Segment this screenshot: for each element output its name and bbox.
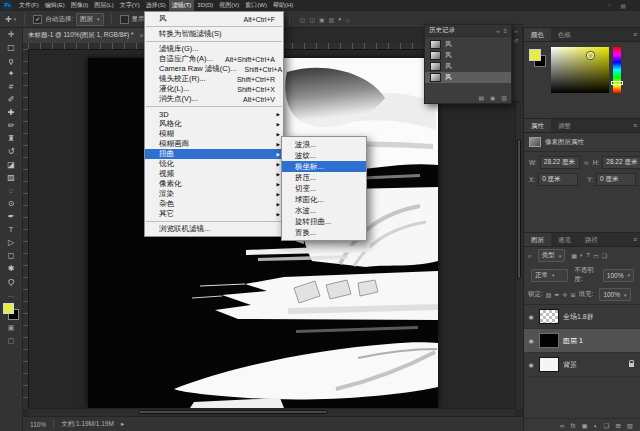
menu-item-filter-gallery[interactable]: 滤镜库(G)...	[145, 44, 283, 54]
gradient-tool[interactable]: ▨	[0, 171, 22, 184]
zoom-tool[interactable]: Ϙ	[0, 275, 22, 288]
filter-pixel-layers-icon[interactable]: ▦	[571, 252, 577, 259]
foreground-color-swatch[interactable]	[529, 49, 541, 61]
quick-mask-button[interactable]: ▣	[0, 321, 22, 334]
eraser-tool[interactable]: ◪	[0, 158, 22, 171]
layer-row[interactable]: ◉ 全场1.8群	[524, 305, 640, 329]
link-dimensions-icon[interactable]: ∞	[583, 159, 590, 166]
menu-item-noise[interactable]: 杂色▶	[145, 199, 283, 209]
menu-item-adaptive-wide-angle[interactable]: 自适应广角(A)...Alt+Shift+Ctrl+A	[145, 54, 283, 64]
filter-shape-layers-icon[interactable]: ▭	[593, 252, 599, 259]
layer-style-icon[interactable]: fx	[570, 422, 575, 429]
menu-3d[interactable]: 3D(D)	[194, 0, 216, 11]
menu-item-render[interactable]: 渲染▶	[145, 189, 283, 199]
document-tab[interactable]: 未标题-1 @ 110%(图层 1, RGB/8#) * ×	[22, 28, 151, 43]
workspace-icon[interactable]: ▦	[620, 2, 626, 9]
layer-name[interactable]: 全场1.8群	[563, 312, 594, 322]
filter-smart-objects-icon[interactable]: ❏	[602, 252, 607, 259]
delete-layer-icon[interactable]: ▥	[627, 422, 633, 430]
menu-layer[interactable]: 图层(L)	[91, 0, 116, 11]
menu-item-browse-filters-online[interactable]: 浏览联机滤镜...	[145, 224, 283, 234]
new-document-from-state-icon[interactable]: ▤	[478, 94, 484, 101]
visibility-eye-icon[interactable]: ◉	[527, 361, 535, 368]
menu-item-liquify[interactable]: 液化(L)...Shift+Ctrl+X	[145, 84, 283, 94]
clone-stamp-tool[interactable]: ♜	[0, 132, 22, 145]
new-group-icon[interactable]: ❏	[604, 422, 610, 430]
zoom-level[interactable]: 110%	[30, 421, 46, 428]
type-tool[interactable]: T	[0, 223, 22, 236]
lock-all-icon[interactable]: ⊞	[571, 291, 576, 298]
new-layer-icon[interactable]: ⊞	[615, 422, 620, 430]
move-tool[interactable]: ✛	[0, 28, 22, 41]
fill-dropdown[interactable]: 100% ▾	[599, 288, 630, 301]
submenu-item-wave[interactable]: 波浪...	[282, 139, 366, 150]
layer-thumbnail[interactable]	[539, 309, 559, 324]
auto-select-dropdown[interactable]: 图层 ▾	[76, 13, 104, 26]
align-icon[interactable]: ▥	[329, 16, 335, 23]
history-brush-tool[interactable]: ↺	[0, 145, 22, 158]
layer-name[interactable]: 背景	[563, 360, 577, 370]
color-marker[interactable]	[587, 52, 594, 59]
visibility-eye-icon[interactable]: ◉	[527, 337, 535, 344]
menu-item-smart-filters[interactable]: 转换为智能滤镜(S)	[145, 29, 283, 39]
saturation-brightness-field[interactable]	[551, 47, 609, 93]
marquee-tool[interactable]: ▢	[0, 41, 22, 54]
align-icon[interactable]: ▣	[319, 16, 325, 23]
menu-edit[interactable]: 编辑(E)	[42, 0, 68, 11]
width-field[interactable]: 28.22 厘米	[540, 156, 580, 169]
eyedropper-tool[interactable]: ✐	[0, 93, 22, 106]
path-selection-tool[interactable]: ▷	[0, 236, 22, 249]
vertical-scrollbar[interactable]	[515, 49, 523, 409]
layer-thumbnail[interactable]	[539, 357, 559, 372]
screen-mode-button[interactable]: ▢	[0, 334, 22, 347]
shape-tool[interactable]: ◻	[0, 249, 22, 262]
lasso-tool[interactable]: ϙ	[0, 54, 22, 67]
menu-select[interactable]: 选择(S)	[143, 0, 169, 11]
layer-row-background[interactable]: ◉ 背景	[524, 353, 640, 377]
tool-preset-caret-icon[interactable]: ▾	[14, 16, 17, 22]
panel-menu-icon[interactable]: ≡	[633, 28, 640, 41]
menu-help[interactable]: 帮助(H)	[270, 0, 296, 11]
layer-name[interactable]: 图层 1	[563, 336, 583, 346]
menu-type[interactable]: 文字(Y)	[117, 0, 143, 11]
menu-item-wind[interactable]: 风Alt+Ctrl+F	[145, 14, 283, 24]
quick-selection-tool[interactable]: ✦	[0, 67, 22, 80]
menu-item-pixelate[interactable]: 像素化▶	[145, 179, 283, 189]
tab-paths[interactable]: 路径	[578, 233, 605, 246]
dodge-tool[interactable]: ⊙	[0, 197, 22, 210]
menu-item-sharpen[interactable]: 锐化▶	[145, 159, 283, 169]
healing-brush-tool[interactable]: ✚	[0, 106, 22, 119]
submenu-item-shear[interactable]: 切变...	[282, 183, 366, 194]
menu-item-camera-raw[interactable]: Camera Raw 滤镜(C)...Shift+Ctrl+A	[145, 64, 283, 74]
auto-select-checkbox[interactable]: ✓	[33, 15, 42, 24]
menu-item-distort[interactable]: 扭曲▶	[145, 149, 283, 159]
submenu-item-ripple[interactable]: 波纹...	[282, 150, 366, 161]
menu-item-video[interactable]: 视频▶	[145, 169, 283, 179]
menu-file[interactable]: 文件(F)	[16, 0, 42, 11]
menu-item-stylize[interactable]: 风格化▶	[145, 119, 283, 129]
menu-item-other[interactable]: 其它▶	[145, 209, 283, 219]
tab-channels[interactable]: 通道	[551, 233, 578, 246]
history-step[interactable]: 风	[425, 61, 511, 72]
pen-tool[interactable]: ✒	[0, 210, 22, 223]
history-step-selected[interactable]: 风	[425, 72, 511, 83]
adjustment-layer-icon[interactable]: ◐	[594, 422, 598, 429]
hand-tool[interactable]: ✱	[0, 262, 22, 275]
menu-item-blur-gallery[interactable]: 模糊画廊▶	[145, 139, 283, 149]
panel-menu-icon[interactable]: ≡	[503, 28, 507, 34]
layer-mask-icon[interactable]: ▣	[581, 422, 587, 430]
link-layers-icon[interactable]: ∞	[560, 422, 565, 429]
menu-item-lens-correction[interactable]: 镜头校正(R)...Shift+Ctrl+R	[145, 74, 283, 84]
tab-swatches[interactable]: 色板	[551, 28, 578, 41]
delete-state-icon[interactable]: ▥	[501, 94, 507, 101]
submenu-item-polar-coordinates[interactable]: 极坐标...	[282, 161, 366, 172]
hue-slider[interactable]	[613, 47, 621, 93]
tab-layers[interactable]: 图层	[524, 233, 551, 246]
menu-item-blur[interactable]: 模糊▶	[145, 129, 283, 139]
hue-marker[interactable]	[611, 81, 623, 85]
lock-position-icon[interactable]: ✛	[563, 291, 568, 298]
menu-window[interactable]: 窗口(W)	[242, 0, 270, 11]
tab-properties[interactable]: 属性	[524, 119, 551, 132]
y-field[interactable]: 0 厘米	[596, 173, 636, 186]
history-step[interactable]: 风	[425, 50, 511, 61]
